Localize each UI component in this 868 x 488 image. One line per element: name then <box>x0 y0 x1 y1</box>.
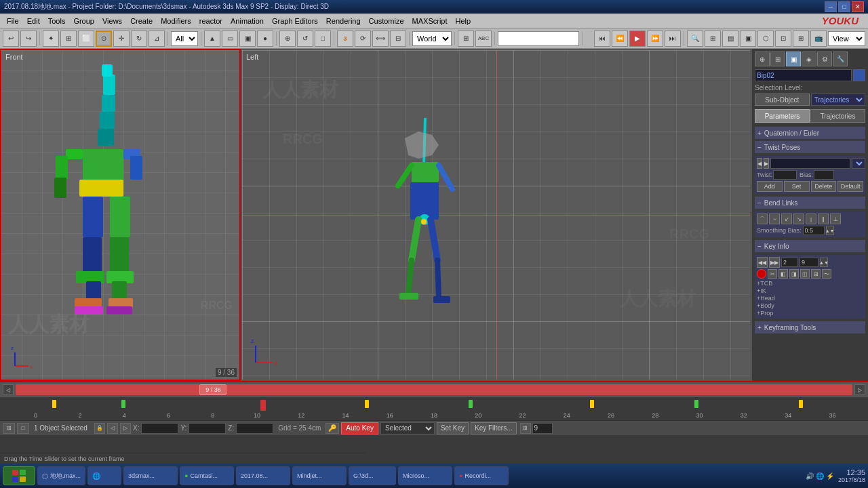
named-selection-input[interactable] <box>498 31 579 46</box>
collapse-btn[interactable]: ▷ <box>120 423 131 434</box>
tray-icon-3[interactable]: ⚡ <box>826 472 834 480</box>
obj-name-input[interactable] <box>755 69 852 81</box>
ki-next-btn[interactable]: ▶▶ <box>769 257 780 268</box>
rp-icon-select[interactable]: ⊕ <box>755 52 770 66</box>
menu-edit[interactable]: Edit <box>23 16 44 26</box>
snap-btn[interactable]: □ <box>315 30 331 47</box>
add-btn[interactable]: Add <box>757 181 783 192</box>
bend-icon-6[interactable]: ‖ <box>818 214 829 224</box>
obj-color-btn[interactable] <box>853 69 865 81</box>
ki-red-dot[interactable] <box>757 269 766 279</box>
viewport-front[interactable]: Front 人人素材 RRCG <box>0 49 241 381</box>
y-coord-input[interactable] <box>189 423 226 434</box>
rp-icon-bone[interactable]: ⊞ <box>770 52 785 66</box>
media-btn[interactable]: 📺 <box>810 30 827 47</box>
delete-btn[interactable]: Delete <box>811 181 837 192</box>
tl-next-frame-btn[interactable]: ▷ <box>854 384 865 395</box>
bend-icon-5[interactable]: | <box>806 214 816 224</box>
views-btn[interactable]: ⊞ <box>705 30 721 47</box>
tab-trajectories[interactable]: Trajectories <box>810 109 865 123</box>
bend-icon-7[interactable]: ⊥ <box>830 214 841 224</box>
timeline-slider-thumb[interactable]: 9 / 36 <box>199 384 226 395</box>
menu-reactor[interactable]: reactor <box>195 16 226 26</box>
smoothing-bias-spin[interactable]: ▲▼ <box>826 226 834 235</box>
bend-icon-2[interactable]: ⌣ <box>769 214 780 224</box>
rp-icon-active[interactable]: ▣ <box>786 52 801 66</box>
key-filters-btn[interactable]: Key Filters... <box>471 422 517 434</box>
default-btn[interactable]: Default <box>837 181 863 192</box>
ki-icon1[interactable]: ◧ <box>778 269 788 279</box>
num3-btn[interactable]: 3 <box>337 30 353 47</box>
section-keyinfo-header[interactable]: − Key Info <box>755 240 865 252</box>
expand-btn[interactable]: ◁ <box>107 423 118 434</box>
menu-views[interactable]: Views <box>98 16 126 26</box>
sub-object-btn[interactable]: Sub-Object <box>755 94 810 106</box>
ki-icon4[interactable]: ⊞ <box>811 269 821 279</box>
layer-btn[interactable]: ⊞ <box>458 30 474 47</box>
section-twist-header[interactable]: − Twist Poses <box>755 141 865 153</box>
taskbar-item-camtasia[interactable]: ● Camtasi... <box>180 466 234 485</box>
circle-select-btn[interactable]: ● <box>257 30 273 47</box>
move-btn[interactable]: ✛ <box>113 30 130 47</box>
selected-dropdown[interactable]: Selected <box>380 422 435 434</box>
scale-btn[interactable]: ⊿ <box>149 30 165 47</box>
cursor-btn[interactable]: ▲ <box>204 30 220 47</box>
menu-file[interactable]: File <box>3 16 23 26</box>
taskbar-item-g3d[interactable]: G:\3d... <box>349 466 396 485</box>
tl-prev-frame-btn[interactable]: ◁ <box>3 384 14 395</box>
coord-system-select[interactable]: World <box>412 31 452 46</box>
select-rotate-btn[interactable]: ⊙ <box>96 30 112 47</box>
frame-input[interactable] <box>532 423 553 434</box>
ki-icon2[interactable]: ◨ <box>789 269 799 279</box>
rotate-btn[interactable]: ↻ <box>131 30 147 47</box>
menu-group[interactable]: Group <box>69 16 98 26</box>
taskbar-item-3dsmax2[interactable]: 3dsmax... <box>123 466 178 485</box>
ki-icon5[interactable]: 〜 <box>822 269 831 279</box>
redo-btn[interactable]: ↪ <box>20 30 37 47</box>
select-object-btn[interactable]: ✦ <box>43 30 59 47</box>
key-icon[interactable]: 🔑 <box>326 423 339 434</box>
ki-key-num[interactable] <box>781 258 798 267</box>
taskbar-item-micro[interactable]: Microso... <box>398 466 452 485</box>
viewport-left-view[interactable]: Left 人人素材 RRCG 人人素材 RRCG <box>241 49 751 381</box>
ki-scissors[interactable]: ✂ <box>768 269 777 279</box>
redo2-btn[interactable]: ↺ <box>297 30 313 47</box>
lock-icon[interactable]: 🔒 <box>94 423 105 434</box>
menu-modifiers[interactable]: Modifiers <box>157 16 195 26</box>
filter-select[interactable]: All <box>171 31 198 46</box>
play-btn[interactable]: ▶ <box>629 30 646 47</box>
rp-icon-anim[interactable]: ◈ <box>802 52 816 66</box>
ki-icon3[interactable]: ◫ <box>800 269 810 279</box>
rotate-axis-btn[interactable]: ⟳ <box>355 30 371 47</box>
env-btn[interactable]: ⊞ <box>793 30 809 47</box>
menu-tools[interactable]: Tools <box>44 16 70 26</box>
tray-icon-2[interactable]: 🌐 <box>816 472 824 480</box>
maximize-btn[interactable]: □ <box>838 1 850 12</box>
taskbar-item-3dsmax[interactable]: ⬡ 地地.max... <box>37 466 85 485</box>
set-btn[interactable]: Set <box>784 181 810 192</box>
timeline-slider[interactable]: 9 / 36 <box>16 384 852 395</box>
twist-type-select[interactable]: ▾ <box>852 158 865 169</box>
auto-key-btn[interactable]: Auto Key <box>341 422 378 434</box>
menu-customize[interactable]: Customize <box>365 16 408 26</box>
smoothing-bias-input[interactable] <box>803 226 825 235</box>
fc-icon[interactable]: ⊞ <box>520 423 531 434</box>
twist-next-btn[interactable]: ▶ <box>764 158 769 169</box>
tray-icon-1[interactable]: 🔊 <box>806 472 814 480</box>
twist-prev-btn[interactable]: ◀ <box>757 158 762 169</box>
align-btn[interactable]: ⊟ <box>390 30 406 47</box>
twist-name-input[interactable] <box>770 158 850 169</box>
trajectories-select[interactable]: Trajectories <box>811 94 866 106</box>
bend-icon-1[interactable]: ⌒ <box>757 214 768 224</box>
taskbar-item-2017[interactable]: 2017.08... <box>236 466 290 485</box>
menu-help[interactable]: Help <box>452 16 475 26</box>
bend-icon-4[interactable]: ↘ <box>793 214 804 224</box>
view-select[interactable]: View <box>828 31 865 46</box>
quick-render-btn[interactable]: ⬡ <box>757 30 774 47</box>
section-bend-header[interactable]: − Bend Links <box>755 197 865 209</box>
close-btn[interactable]: ✕ <box>852 1 864 12</box>
menu-graph-editors[interactable]: Graph Editors <box>268 16 322 26</box>
mirror-btn[interactable]: ⟺ <box>372 30 389 47</box>
taskbar-item-record[interactable]: ● Recordi... <box>454 466 509 485</box>
z-coord-input[interactable] <box>236 423 273 434</box>
